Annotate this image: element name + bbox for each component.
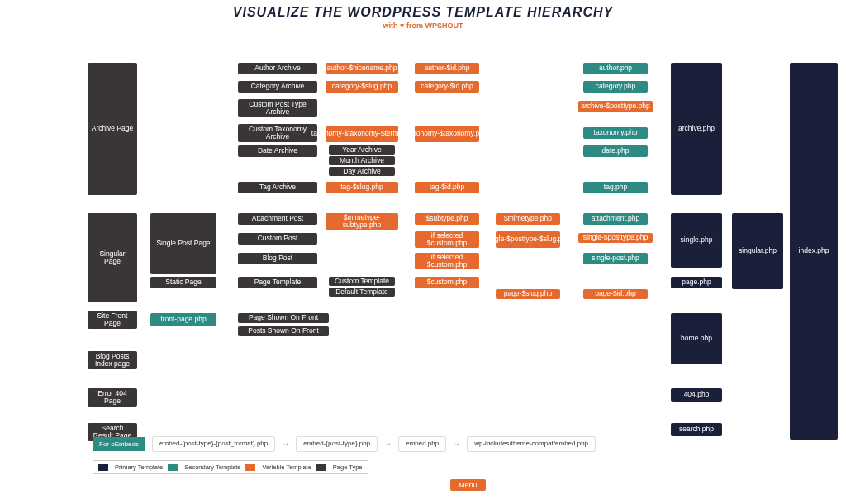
menu-button[interactable]: Menu bbox=[450, 479, 486, 491]
taxonomy-term: taxonomy-$taxonomy-$term.php bbox=[326, 126, 398, 142]
embed-step-1: embed-{post-type}-{post_format}.php bbox=[152, 436, 275, 452]
mimetype-subtype: $mimetype-subtype.php bbox=[326, 213, 398, 230]
singular-page: Singular Page bbox=[88, 213, 137, 302]
author-archive: Author Archive bbox=[238, 63, 317, 74]
page-title: VISUALIZE THE WORDPRESS TEMPLATE HIERARC… bbox=[0, 5, 846, 20]
taxonomy-tax: taxonomy-$taxonomy.php bbox=[415, 126, 479, 142]
subtype-php: $subtype.php bbox=[415, 213, 479, 225]
archive-posttype: archive-$posttype.php bbox=[578, 101, 653, 112]
cpt-archive: Custom Post Type Archive bbox=[238, 99, 317, 117]
single-posttype-php: single-$posttype.php bbox=[578, 233, 653, 243]
default-template: Default Template bbox=[329, 288, 395, 297]
home-php: home.php bbox=[671, 313, 722, 364]
attachment-php: attachment.php bbox=[583, 213, 648, 225]
custom-php: $custom.php bbox=[415, 277, 479, 288]
singular-php: singular.php bbox=[732, 213, 783, 289]
taxonomy-php: taxonomy.php bbox=[583, 127, 648, 139]
tag-php: tag.php bbox=[583, 182, 648, 193]
category-php: category.php bbox=[583, 81, 648, 93]
mimetype-php: $mimetype.php bbox=[496, 213, 560, 225]
attachment-post: Attachment Post bbox=[238, 213, 317, 225]
if-selected-custom-2: if selected $custom.php bbox=[415, 253, 479, 269]
single-post-php: single-post.php bbox=[583, 253, 648, 264]
tag-archive: Tag Archive bbox=[238, 182, 317, 193]
legend-primary: Primary Template bbox=[115, 464, 163, 471]
custom-post: Custom Post bbox=[238, 233, 317, 245]
ctax-archive: Custom Taxonomy Archive bbox=[238, 124, 317, 142]
front-page-php: front-page.php bbox=[150, 313, 216, 326]
archive-page: Archive Page bbox=[88, 63, 137, 195]
month-archive: Month Archive bbox=[329, 156, 395, 165]
date-php: date.php bbox=[583, 145, 648, 157]
single-posttype-slug: single-$posttype-$slug.php bbox=[496, 231, 560, 248]
arrow-icon: → bbox=[282, 440, 289, 448]
page-shown-on-front: Page Shown On Front bbox=[238, 313, 329, 323]
year-archive: Year Archive bbox=[329, 145, 395, 155]
arrow-icon: → bbox=[453, 440, 460, 448]
tag-id: tag-$id.php bbox=[415, 182, 479, 193]
embed-step-4: wp-includes/theme-compat/embed.php bbox=[467, 436, 596, 452]
tag-slug: tag-$slug.php bbox=[326, 182, 398, 193]
day-archive: Day Archive bbox=[329, 167, 395, 176]
page-subtitle: with ♥ from WPSHOUT bbox=[0, 21, 846, 30]
legend: Primary Template Secondary Template Vari… bbox=[93, 460, 368, 474]
posts-shown-on-front: Posts Shown On Front bbox=[238, 326, 329, 336]
index-php: index.php bbox=[790, 63, 838, 440]
embeds-row: For oEmbeds embed-{post-type}-{post_form… bbox=[93, 436, 596, 452]
category-slug: category-$slug.php bbox=[326, 81, 398, 93]
archive-php: archive.php bbox=[671, 63, 722, 195]
embed-step-3: embed.php bbox=[398, 436, 446, 452]
arrow-icon: → bbox=[384, 440, 392, 448]
404-php: 404.php bbox=[671, 388, 722, 402]
site-front-page: Site Front Page bbox=[88, 311, 137, 329]
author-php: author.php bbox=[583, 63, 648, 74]
category-id: category-$id.php bbox=[415, 81, 479, 93]
date-archive: Date Archive bbox=[238, 145, 317, 157]
blog-post: Blog Post bbox=[238, 253, 317, 264]
page-id: page-$id.php bbox=[583, 289, 648, 299]
search-php: search.php bbox=[671, 423, 722, 436]
legend-variable: Variable Template bbox=[262, 464, 311, 471]
embeds-label: For oEmbeds bbox=[93, 437, 145, 451]
single-post-page: Single Post Page bbox=[150, 213, 216, 274]
legend-secondary: Secondary Template bbox=[184, 464, 240, 471]
single-php: single.php bbox=[671, 213, 722, 268]
embed-step-2: embed-{post-type}.php bbox=[296, 436, 378, 452]
category-archive: Category Archive bbox=[238, 81, 317, 93]
custom-template: Custom Template bbox=[329, 277, 395, 286]
legend-pagetype: Page Type bbox=[333, 464, 363, 471]
page-php: page.php bbox=[671, 277, 722, 288]
blog-posts-index: Blog Posts Index page bbox=[88, 351, 137, 369]
if-selected-custom-1: if selected $custom.php bbox=[415, 231, 479, 248]
static-page: Static Page bbox=[150, 277, 216, 288]
error-404: Error 404 Page bbox=[88, 388, 137, 407]
author-nicename: author-$nicename.php bbox=[326, 63, 398, 74]
page-slug: page-$slug.php bbox=[496, 289, 560, 299]
page-template: Page Template bbox=[238, 277, 317, 288]
author-id: author-$id.php bbox=[415, 63, 479, 74]
